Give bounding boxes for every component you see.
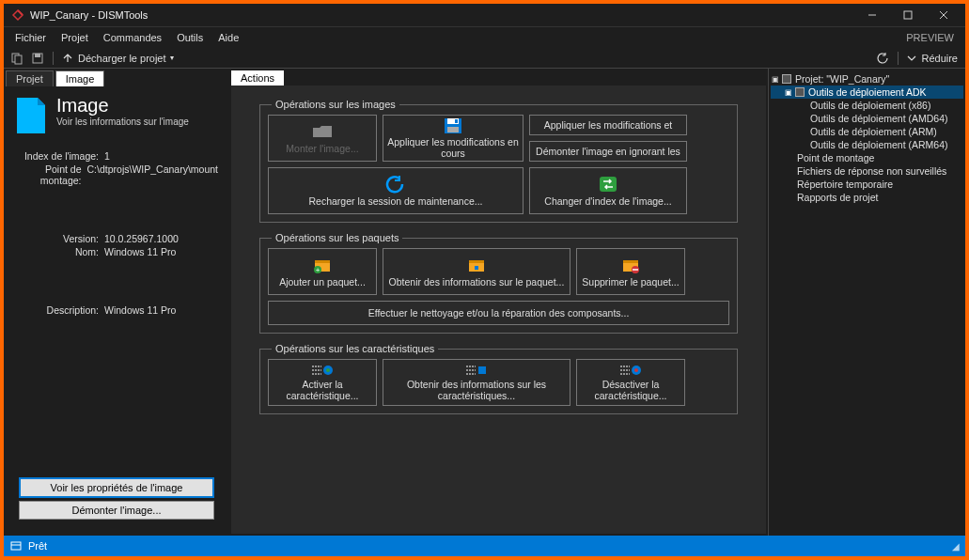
tree-mount-point[interactable]: Point de montage bbox=[771, 151, 963, 164]
disable-feature-icon bbox=[619, 364, 642, 377]
unload-project-label: Décharger le projet bbox=[78, 53, 166, 64]
tab-project[interactable]: Projet bbox=[6, 70, 54, 86]
svg-rect-14 bbox=[315, 260, 330, 263]
separator bbox=[898, 52, 899, 65]
copy-icon[interactable] bbox=[8, 50, 26, 67]
name-label: Nom: bbox=[15, 246, 104, 257]
svg-rect-11 bbox=[447, 127, 459, 132]
apply-pending-action[interactable]: Appliquer les modifications en cours bbox=[383, 115, 524, 162]
menu-help[interactable]: Aide bbox=[211, 30, 246, 45]
enable-feature-icon bbox=[311, 364, 334, 377]
title-bar: WIP_Canary - DISMTools bbox=[4, 4, 965, 27]
svg-rect-18 bbox=[469, 260, 484, 263]
reduce-label: Réduire bbox=[921, 53, 958, 64]
collapse-icon[interactable]: ▣ bbox=[771, 75, 780, 84]
disable-feature-action[interactable]: Désactiver la caractéristique... bbox=[576, 359, 685, 406]
package-remove-icon bbox=[621, 256, 640, 274]
tree-adk-amd64[interactable]: Outils de déploiement (AMD64) bbox=[771, 112, 963, 125]
description-label: Description: bbox=[15, 304, 104, 316]
tree-unattend[interactable]: Fichiers de réponse non surveillés bbox=[771, 164, 963, 178]
close-button[interactable] bbox=[926, 4, 961, 27]
svg-rect-38 bbox=[11, 542, 21, 550]
get-package-info-action[interactable]: Obtenir des informations sur le paquet..… bbox=[383, 248, 570, 295]
page-title: Image bbox=[56, 96, 189, 115]
save-icon[interactable] bbox=[28, 50, 47, 67]
tree-root[interactable]: ▣Projet: "WIP_Canary" bbox=[771, 72, 963, 86]
folder-icon bbox=[795, 87, 805, 97]
add-package-action[interactable]: + Ajouter un paquet... bbox=[268, 248, 377, 295]
maximize-button[interactable] bbox=[890, 4, 926, 27]
cleanup-action[interactable]: Effectuer le nettoyage et/ou la réparati… bbox=[268, 301, 729, 325]
unload-project-button[interactable]: Décharger le projet ▾ bbox=[57, 53, 178, 64]
status-text: Prêt bbox=[28, 540, 47, 552]
tree-adk-arm[interactable]: Outils de déploiement (ARM) bbox=[771, 125, 963, 138]
svg-rect-12 bbox=[600, 177, 617, 192]
name-value: Windows 11 Pro bbox=[104, 246, 176, 257]
menu-commands[interactable]: Commandes bbox=[96, 30, 169, 45]
svg-text:+: + bbox=[316, 266, 320, 273]
minimize-button[interactable] bbox=[854, 4, 890, 27]
reload-icon bbox=[385, 175, 406, 194]
tree-reports[interactable]: Rapports de projet bbox=[771, 191, 963, 204]
separator bbox=[53, 52, 54, 65]
menu-project[interactable]: Projet bbox=[54, 30, 96, 45]
svg-rect-7 bbox=[35, 54, 40, 57]
save-disk-icon bbox=[444, 117, 462, 134]
feature-info-icon bbox=[465, 364, 488, 377]
enable-feature-action[interactable]: Activer la caractéristique... bbox=[268, 359, 377, 406]
tree-adk-arm64[interactable]: Outils de déploiement (ARM64) bbox=[771, 138, 963, 151]
index-value: 1 bbox=[104, 150, 110, 162]
change-index-action[interactable]: Changer d'index de l'image... bbox=[529, 167, 687, 214]
package-add-icon: + bbox=[313, 256, 332, 274]
app-logo-icon bbox=[11, 8, 24, 22]
menu-tools[interactable]: Outils bbox=[169, 30, 211, 45]
mount-label: Point de montage: bbox=[15, 163, 87, 186]
folder-icon bbox=[312, 122, 333, 141]
refresh-icon[interactable] bbox=[873, 50, 892, 67]
remove-package-action[interactable]: Supprimer le paquet... bbox=[576, 248, 685, 295]
tree-temp-dir[interactable]: Répertoire temporaire bbox=[771, 178, 963, 191]
tab-image[interactable]: Image bbox=[55, 70, 105, 86]
svg-rect-5 bbox=[15, 55, 22, 64]
center-panel: Actions Opérations sur les images Monter… bbox=[229, 69, 768, 536]
description-value: Windows 11 Pro bbox=[104, 304, 176, 316]
preview-label: PREVIEW bbox=[899, 32, 961, 43]
status-bar: Prêt ◢ bbox=[4, 536, 965, 556]
left-panel: Projet Image Image Voir les informations… bbox=[4, 69, 229, 536]
svg-point-37 bbox=[634, 368, 638, 372]
mount-image-action: Monter l'image... bbox=[268, 115, 377, 162]
fieldset-package-operations: Opérations sur les paquets + Ajouter un … bbox=[259, 238, 738, 334]
get-feature-info-action[interactable]: Obtenir des informations sur les caracté… bbox=[383, 359, 570, 406]
toolbar: Décharger le projet ▾ Réduire bbox=[4, 48, 965, 69]
swap-icon bbox=[599, 175, 617, 194]
index-label: Index de l'image: bbox=[15, 150, 104, 162]
project-tree: ▣Projet: "WIP_Canary" ▣Outils de déploie… bbox=[769, 69, 965, 208]
apply-and-action[interactable]: Appliquer les modifications et bbox=[529, 115, 687, 135]
images-legend: Opérations sur les images bbox=[272, 99, 399, 110]
svg-point-28 bbox=[326, 368, 330, 372]
collapse-icon[interactable]: ▣ bbox=[784, 88, 793, 97]
image-file-icon bbox=[15, 96, 47, 135]
svg-rect-19 bbox=[475, 266, 478, 270]
features-legend: Opérations sur les caractéristiques bbox=[272, 343, 438, 354]
svg-rect-10 bbox=[455, 119, 458, 123]
resize-grip-icon[interactable]: ◢ bbox=[952, 541, 960, 552]
version-value: 10.0.25967.1000 bbox=[104, 233, 179, 244]
package-info-icon bbox=[467, 256, 486, 274]
unmount-ignore-action[interactable]: Démonter l'image en ignorant les bbox=[529, 141, 687, 162]
packages-legend: Opérations sur les paquets bbox=[272, 232, 402, 243]
page-subtitle: Voir les informations sur l'image bbox=[56, 117, 189, 127]
tree-adk-x86[interactable]: Outils de déploiement (x86) bbox=[771, 99, 963, 112]
tab-actions[interactable]: Actions bbox=[231, 70, 284, 86]
unmount-image-button[interactable]: Démonter l'image... bbox=[19, 501, 214, 520]
view-image-properties-button[interactable]: Voir les propriétés de l'image bbox=[19, 477, 214, 498]
status-icon bbox=[9, 539, 23, 552]
fieldset-image-operations: Opérations sur les images Monter l'image… bbox=[259, 104, 738, 223]
reduce-button[interactable]: Réduire bbox=[902, 53, 961, 64]
fieldset-feature-operations: Opérations sur les caractéristiques Acti… bbox=[259, 349, 738, 414]
reload-session-action[interactable]: Recharger la session de maintenance... bbox=[268, 167, 524, 214]
folder-icon bbox=[782, 74, 791, 84]
menu-file[interactable]: Fichier bbox=[8, 30, 54, 45]
tree-adk[interactable]: ▣Outils de déploiement ADK bbox=[771, 86, 963, 99]
version-label: Version: bbox=[15, 233, 104, 244]
